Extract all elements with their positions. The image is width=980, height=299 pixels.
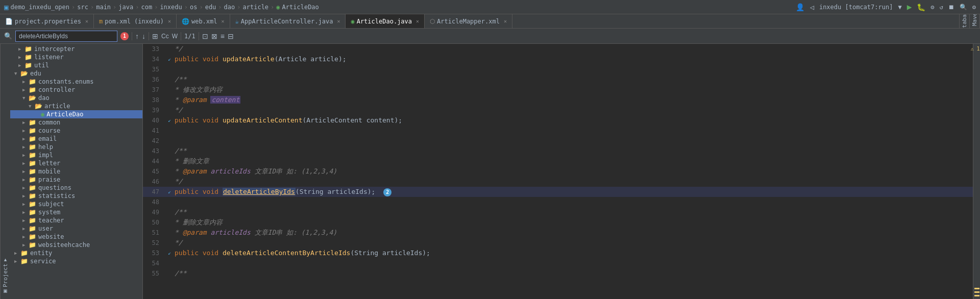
settings-icon[interactable]: ⚙ xyxy=(972,4,976,11)
tab-label: AppArticleController.java xyxy=(241,18,333,25)
tab-project-properties[interactable]: 📄 project.properties ✕ xyxy=(0,14,94,29)
tree-item-dao[interactable]: ▼ 📂 dao xyxy=(10,94,142,102)
tab-label: ArticleDao.java xyxy=(357,18,412,25)
tree-item-intercepter[interactable]: ▶ 📁 intercepter xyxy=(10,45,142,53)
tab-article-mapper[interactable]: ⬡ ArticleMapper.xml ✕ xyxy=(425,14,512,29)
breadcrumb-part: demo_inxedu_open xyxy=(10,4,69,11)
tree-item-util[interactable]: ▶ 📁 util xyxy=(10,61,142,69)
search-toolbar2[interactable]: ⊠ xyxy=(211,32,217,40)
search-scope-button[interactable]: ⊞ xyxy=(152,32,158,40)
tab-app-controller[interactable]: ☕ AppArticleController.java ✕ xyxy=(230,14,346,29)
tab-label: pom.xml (inxedu) xyxy=(105,18,164,25)
tree-item-article[interactable]: ▼ 📂 article xyxy=(10,102,142,110)
code-line-37: 37 * 修改文章内容 xyxy=(143,85,973,95)
error-indicator-3 xyxy=(974,295,979,296)
tree-item-common[interactable]: ▶ 📁 common xyxy=(10,118,142,127)
tab-web-xml[interactable]: 🌐 web.xml ✕ xyxy=(177,14,230,29)
line-content: public void deleteArticleByIds(String ar… xyxy=(175,187,391,197)
tree-item-service[interactable]: ▶ 📁 service xyxy=(10,257,142,265)
toolbar-icon1[interactable]: ⚙ xyxy=(930,4,934,11)
run-config-dropdown[interactable]: ▼ xyxy=(898,4,901,11)
file-icon: 📄 xyxy=(5,18,13,25)
close-icon[interactable]: ✕ xyxy=(222,18,225,24)
tree-item-impl[interactable]: ▶ 📁 impl xyxy=(10,151,142,159)
tab-article-dao[interactable]: ◉ ArticleDao.java ✕ xyxy=(346,14,425,29)
toolbar-icon2[interactable]: ↺ xyxy=(940,4,943,11)
profile-icon[interactable]: 👤 xyxy=(796,3,804,11)
tree-item-subject[interactable]: ▶ 📁 subject xyxy=(10,200,142,208)
tabs-bar: 📄 project.properties ✕ m pom.xml (inxedu… xyxy=(0,14,980,29)
line-number: 55 xyxy=(143,268,164,279)
line-number: 42 xyxy=(143,136,164,146)
tree-item-articledao[interactable]: ◉ ArticleDao xyxy=(10,110,142,118)
code-line-46: 46 */ xyxy=(143,177,973,187)
breadcrumb-part: edu xyxy=(205,4,216,11)
search-toolbar3[interactable]: ≡ xyxy=(220,32,225,40)
maven-icon: m xyxy=(99,18,103,25)
java-icon: ☕ xyxy=(235,18,239,25)
interface-icon: ◉ xyxy=(351,18,354,25)
database-tab[interactable]: Database xyxy=(960,14,970,29)
maven-tab[interactable]: m Maven xyxy=(970,14,980,29)
search-match-case[interactable]: Cc xyxy=(161,33,169,40)
close-icon[interactable]: ✕ xyxy=(85,18,88,24)
line-content: * @param articleIds 文章ID串 如: (1,2,3,4) xyxy=(175,166,337,177)
arrow-down-button[interactable]: ↓ xyxy=(142,32,145,40)
breadcrumb-file: ArticleDao xyxy=(282,4,319,11)
sep: › xyxy=(90,4,94,11)
search-input[interactable] xyxy=(15,31,117,42)
close-icon[interactable]: ✕ xyxy=(337,18,340,24)
tree-item-constants[interactable]: ▶ 📁 constants.enums xyxy=(10,78,142,86)
tree-item-system[interactable]: ▶ 📁 system xyxy=(10,208,142,216)
code-line-52: 52 */ xyxy=(143,238,973,248)
tree-item-mobile[interactable]: ▶ 📁 mobile xyxy=(10,167,142,176)
search-divider4 xyxy=(199,32,199,40)
toolbar-icon3[interactable]: ⏹ xyxy=(948,4,954,11)
tree-item-statistics[interactable]: ▶ 📁 statistics xyxy=(10,192,142,200)
close-icon[interactable]: ✕ xyxy=(168,18,171,24)
code-line-50: 50 * 删除文章内容 xyxy=(143,217,973,228)
line-content: public void deleteArticleContentByArticl… xyxy=(175,248,430,258)
line-number: 47 xyxy=(143,187,164,197)
arrow-up-button[interactable]: ↑ xyxy=(135,32,139,40)
search-bar: 🔍 1 ↑ ↓ ⊞ Cc W 1/1 ⊡ ⊠ ≡ ⊟ xyxy=(0,29,980,44)
tree-item-praise[interactable]: ▶ 📁 praise xyxy=(10,176,142,184)
code-line-47: 47 ↙ public void deleteArticleByIds(Stri… xyxy=(143,187,973,197)
tree-item-help[interactable]: ▶ 📁 help xyxy=(10,143,142,151)
tree-item-listener[interactable]: ▶ 📁 listener xyxy=(10,53,142,61)
tree-item-email[interactable]: ▶ 📁 email xyxy=(10,135,142,143)
code-line-34: 34 ↙ public void updateArticle(Article a… xyxy=(143,54,973,64)
tree-item-letter[interactable]: ▶ 📁 letter xyxy=(10,159,142,167)
tree-item-course[interactable]: ▶ 📁 course xyxy=(10,127,142,135)
interface-icon: ◉ xyxy=(276,4,280,11)
code-editor[interactable]: 33 */ 34 ↙ public void updateArticle(Art… xyxy=(143,44,973,299)
tree-item-entity[interactable]: ▶ 📁 entity xyxy=(10,249,142,257)
close-icon[interactable]: ✕ xyxy=(416,18,419,24)
run-icon[interactable]: ▶ xyxy=(907,2,912,12)
search-divider2 xyxy=(149,32,149,40)
tree-item-controller[interactable]: ▶ 📁 controller xyxy=(10,86,142,94)
tree-item-user[interactable]: ▶ 📁 user xyxy=(10,225,142,233)
line-gutter: ↙ xyxy=(164,248,175,258)
line-number: 34 xyxy=(143,54,164,64)
error-indicator-1 xyxy=(974,288,979,289)
tree-item-edu[interactable]: ▼ 📂 edu xyxy=(10,69,142,78)
tree-item-website[interactable]: ▶ 📁 website xyxy=(10,233,142,241)
close-icon[interactable]: ✕ xyxy=(504,18,507,24)
debug-icon[interactable]: 🐛 xyxy=(917,3,925,11)
code-line-33: 33 */ xyxy=(143,44,973,54)
tree-item-websiteehcache[interactable]: ▶ 📁 websiteehcache xyxy=(10,241,142,249)
tree-item-teacher[interactable]: ▶ 📁 teacher xyxy=(10,216,142,225)
search-filter-button[interactable]: ⊟ xyxy=(228,32,234,40)
code-line-38: 38 * @param content xyxy=(143,95,973,105)
project-panel-label[interactable]: ▣ Project ▼ xyxy=(0,44,10,299)
search-toolbar1[interactable]: ⊡ xyxy=(202,32,208,40)
tab-pom-xml[interactable]: m pom.xml (inxedu) ✕ xyxy=(94,14,177,29)
breadcrumb-part: src xyxy=(77,4,88,11)
line-content: * 修改文章内容 xyxy=(175,85,223,95)
search-topbar-icon[interactable]: 🔍 xyxy=(960,4,967,11)
search-icon: 🔍 xyxy=(4,32,12,40)
tree-item-questions[interactable]: ▶ 📁 questions xyxy=(10,184,142,192)
back-icon[interactable]: ◁ xyxy=(810,3,814,11)
search-word-button[interactable]: W xyxy=(172,33,178,40)
